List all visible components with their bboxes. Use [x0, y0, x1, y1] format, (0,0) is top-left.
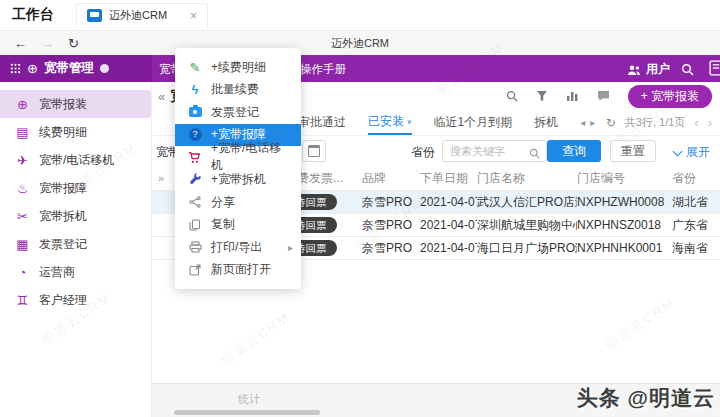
- collapse-sidebar-icon[interactable]: «: [158, 89, 165, 104]
- filter-funnel-icon[interactable]: [536, 90, 548, 102]
- create-broadband-install-button[interactable]: + 宽带报装: [628, 85, 712, 108]
- sidebar-item-broadband-install[interactable]: ⊕ 宽带报装: [0, 90, 151, 118]
- sidebar-item-label: 宽带报障: [39, 180, 87, 197]
- globe-icon: ⊕: [15, 98, 30, 111]
- fault-icon: ♨: [15, 182, 30, 195]
- sidebar-item-label: 发票登记: [39, 236, 87, 253]
- page-title: 迈外迪CRM: [0, 36, 720, 51]
- globe-icon: ⊕: [27, 62, 38, 75]
- query-button[interactable]: 查询: [547, 140, 601, 162]
- app-switcher[interactable]: ⊕ 宽带管理: [0, 55, 152, 82]
- expand-filters-link[interactable]: 展开: [674, 144, 710, 161]
- tab-expiring-1-month[interactable]: 临近1个月到期: [434, 110, 513, 135]
- menu-item-invoice-register[interactable]: 发票登记: [175, 101, 301, 124]
- col-store-name[interactable]: 门店名称: [477, 170, 577, 187]
- sidebar-item-broadband-fault[interactable]: ♨ 宽带报障: [0, 174, 151, 202]
- sidebar-item-label: 宽带/电话移机: [39, 152, 114, 169]
- menu-item-print-export[interactable]: 打印/导出 ▸: [175, 236, 301, 259]
- order-date-cell: 2021-04-07: [420, 241, 477, 255]
- col-store-no[interactable]: 门店编号: [577, 170, 672, 187]
- sidebar-item-invoice-register[interactable]: ▦ 发票登记: [0, 230, 151, 258]
- tab-removal[interactable]: 拆机: [534, 110, 558, 135]
- sidebar-item-account-manager[interactable]: ♊ 客户经理: [0, 286, 151, 314]
- menu-item-open-new-page[interactable]: 新页面打开: [175, 259, 301, 282]
- app-info-icon[interactable]: [100, 64, 109, 73]
- search-icon[interactable]: [506, 90, 518, 102]
- comment-icon[interactable]: [597, 90, 610, 102]
- menu-item-add-broadband-phone-move[interactable]: +宽带/电话移机: [175, 146, 301, 169]
- nav-item-manual[interactable]: 操作手册: [300, 62, 346, 77]
- brand-cell: 奈雪PRO: [362, 194, 420, 211]
- chevron-down-icon: ▾: [407, 117, 412, 127]
- tab-approved[interactable]: 审批通过: [298, 110, 346, 135]
- app-name: 宽带管理: [44, 60, 94, 77]
- col-province[interactable]: 省份: [672, 170, 720, 187]
- user-menu[interactable]: 用户: [627, 61, 670, 78]
- statistics-chart-icon[interactable]: [566, 90, 579, 102]
- statistics-label[interactable]: 统计: [238, 392, 260, 407]
- province-cell: 湖北省: [672, 194, 720, 211]
- search-icon[interactable]: [681, 62, 694, 80]
- province-cell: 广东省: [672, 217, 720, 234]
- chevron-down-icon: [673, 146, 683, 156]
- order-date-cell: 2021-04-07: [420, 218, 477, 232]
- copy-icon: [188, 219, 202, 231]
- sidebar-item-operator[interactable]: ◔ 运营商: [0, 258, 151, 286]
- sidebar-item-broadband-phone-move[interactable]: ✈ 宽带/电话移机: [0, 146, 151, 174]
- sidebar-item-label: 运营商: [39, 264, 75, 281]
- sidebar-item-label: 续费明细: [39, 124, 87, 141]
- province-cell: 海南省: [672, 240, 720, 257]
- date-picker-button[interactable]: [302, 140, 326, 162]
- sidebar-item-broadband-removal[interactable]: ✂ 宽带拆机: [0, 202, 151, 230]
- sidebar-item-renewal-detail[interactable]: ▤ 续费明细: [0, 118, 151, 146]
- store-no-cell: NXPHNSZ0018: [577, 218, 672, 232]
- calendar-icon: [308, 145, 320, 157]
- crm-app-window: 工作台 迈外迪CRM × 迈外迪CRM ← → ↻ ⊕ 宽带管理 宽带报装 操作…: [0, 0, 720, 417]
- wrench-icon: [188, 173, 202, 186]
- window-title-bar: 工作台 迈外迪CRM ×: [0, 0, 720, 30]
- search-icon[interactable]: [529, 145, 540, 163]
- account-manager-icon: ♊: [15, 294, 30, 307]
- store-name-cell: 武汉人信汇PRO店测试: [477, 194, 577, 211]
- menu-item-batch-renewal[interactable]: ϟ 批量续费: [175, 79, 301, 102]
- footer-bar: 统计: [152, 383, 720, 417]
- move-plane-icon: ✈: [15, 154, 30, 167]
- store-name-cell: 海口日月广场PRO测试: [477, 240, 577, 257]
- printer-icon: [188, 241, 202, 253]
- pencil-icon: ✎: [188, 61, 202, 74]
- open-new-icon: [188, 264, 202, 276]
- app-header: ⊕ 宽带管理 宽带报装 操作手册 用户: [0, 55, 720, 82]
- refresh-icon[interactable]: ↻: [606, 116, 616, 130]
- tab-installed[interactable]: 已安装▾: [368, 110, 412, 135]
- tabs-scroll-right-icon[interactable]: ▸: [590, 117, 595, 128]
- horizontal-scrollbar[interactable]: [174, 410, 320, 415]
- col-brand[interactable]: 品牌: [362, 170, 420, 187]
- page-next-icon[interactable]: ›: [708, 115, 712, 130]
- submenu-arrow-icon: ▸: [288, 242, 293, 253]
- operator-icon: ◔: [15, 266, 30, 279]
- store-no-cell: NXPHNHK0001: [577, 241, 672, 255]
- page-prev-icon[interactable]: ‹: [694, 115, 698, 130]
- invoice-calendar-icon: ▦: [15, 238, 30, 251]
- app-tab[interactable]: 迈外迪CRM ×: [76, 3, 208, 28]
- sidebar-item-label: 宽带报装: [39, 96, 87, 113]
- store-name-cell: 深圳航城里购物中心P...: [477, 217, 577, 234]
- cart-icon: [188, 151, 202, 164]
- manual-book-icon[interactable]: [709, 60, 720, 80]
- menu-item-add-renewal-detail[interactable]: ✎ +续费明细: [175, 56, 301, 79]
- lightning-icon: ϟ: [188, 83, 202, 96]
- tab-title: 迈外迪CRM: [109, 8, 167, 23]
- sidebar: ⊕ 宽带报装 ▤ 续费明细 ✈ 宽带/电话移机 ♨ 宽带报障 ✂ 宽带拆机 ▦ …: [0, 82, 152, 417]
- col-order-date[interactable]: 下单日期: [420, 170, 477, 187]
- order-date-cell: 2021-04-07: [420, 195, 477, 209]
- browser-nav-bar: 迈外迪CRM ← → ↻: [0, 30, 720, 56]
- share-icon: [188, 196, 202, 208]
- workspace-label[interactable]: 工作台: [12, 6, 54, 24]
- reset-button[interactable]: 重置: [610, 140, 656, 162]
- tabs-scroll-left-icon[interactable]: ◂: [580, 117, 585, 128]
- menu-item-copy[interactable]: 复制: [175, 214, 301, 237]
- close-icon[interactable]: ×: [190, 9, 197, 23]
- crm-tab-icon: [87, 9, 102, 22]
- menu-item-share[interactable]: 分享: [175, 191, 301, 214]
- grid-apps-icon[interactable]: [10, 63, 21, 74]
